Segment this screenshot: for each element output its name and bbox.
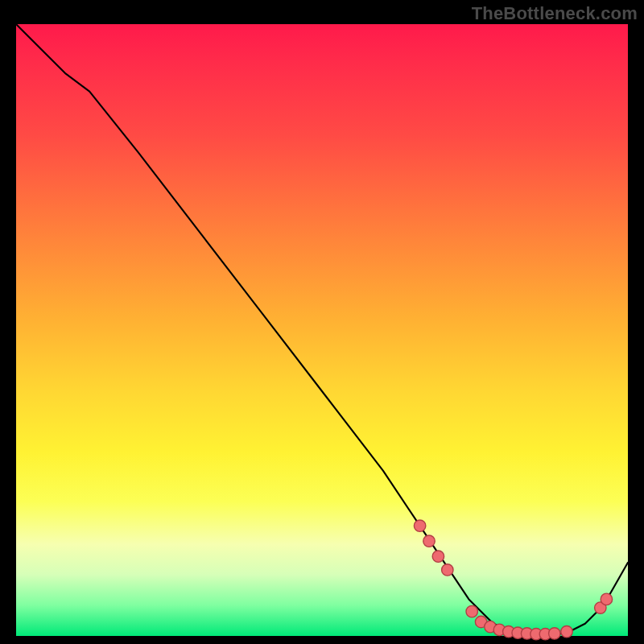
curve-marker bbox=[423, 535, 435, 547]
curve-marker bbox=[549, 628, 560, 639]
curve-marker bbox=[442, 564, 453, 576]
curve-marker bbox=[466, 605, 477, 617]
curve-svg bbox=[16, 24, 628, 636]
curve-marker bbox=[414, 520, 425, 531]
chart-frame: TheBottleneck.com bbox=[0, 0, 644, 644]
plot-area bbox=[16, 24, 628, 636]
marker-group bbox=[414, 520, 612, 640]
curve-marker bbox=[432, 551, 444, 562]
curve-marker bbox=[561, 625, 572, 637]
bottleneck-curve-path bbox=[16, 24, 628, 636]
curve-marker bbox=[601, 593, 612, 605]
watermark-text: TheBottleneck.com bbox=[472, 3, 638, 24]
